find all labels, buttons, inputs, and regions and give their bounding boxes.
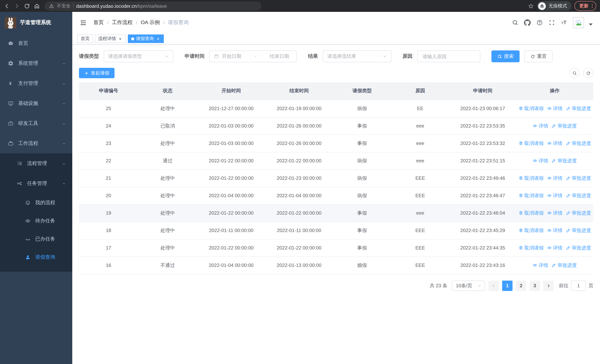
action-detail-link[interactable]: 详情 xyxy=(547,227,562,234)
sidebar-item-12[interactable]: 请假查询 xyxy=(0,248,72,266)
action-cancel-link[interactable]: 取消请假 xyxy=(518,244,544,251)
cell-end: 2022-01-13 00:00:00 xyxy=(265,257,333,274)
search-icon[interactable] xyxy=(512,19,518,26)
cell-applied: 2022-01-22 23:46:47 xyxy=(449,187,516,204)
tab-3[interactable]: 请假查询× xyxy=(128,35,164,43)
address-bar[interactable]: 不安全 dashboard.yudao.iocoder.cn/bpm/oa/le… xyxy=(45,1,261,10)
action-progress-link[interactable]: 审批进度 xyxy=(566,227,591,234)
github-icon[interactable] xyxy=(524,19,531,26)
leave-type-select[interactable]: 请选择请假类型 xyxy=(104,50,173,62)
sidebar-item-5[interactable]: 研发工具 xyxy=(0,113,72,133)
page-button-3[interactable]: 3 xyxy=(530,280,540,291)
action-label: 详情 xyxy=(553,105,562,112)
page-size-value: 10条/页 xyxy=(456,282,472,289)
action-progress-link[interactable]: 审批进度 xyxy=(566,210,591,216)
action-cancel-link[interactable]: 取消请假 xyxy=(518,140,544,147)
breadcrumb-item-1[interactable]: 首页 xyxy=(94,19,104,26)
reason-input[interactable] xyxy=(422,53,476,59)
action-progress-link[interactable]: 审批进度 xyxy=(552,262,577,269)
sidebar-item-11[interactable]: 已办任务 xyxy=(0,230,72,248)
breadcrumb-item-2[interactable]: 工作流程 xyxy=(112,19,133,26)
refresh-table-button[interactable] xyxy=(583,68,593,78)
action-cancel-link[interactable]: 取消请假 xyxy=(518,105,544,112)
action-detail-link[interactable]: 详情 xyxy=(547,210,562,216)
sidebar-item-7[interactable]: 流程管理 xyxy=(0,153,72,173)
sidebar-item-label: 请假查询 xyxy=(35,254,55,260)
help-icon[interactable] xyxy=(536,19,543,26)
forward-icon[interactable] xyxy=(14,3,20,9)
reset-button[interactable]: 重置 xyxy=(525,50,553,62)
action-progress-link[interactable]: 审批进度 xyxy=(566,105,591,112)
cell-end: 2022-01-22 00:00:00 xyxy=(265,204,333,222)
date-separator: - xyxy=(244,54,267,59)
result-select[interactable]: 请选择流结果 xyxy=(323,50,391,62)
action-progress-link[interactable]: 审批进度 xyxy=(566,140,591,147)
table-tools xyxy=(569,68,593,78)
tab-close-icon[interactable]: × xyxy=(156,36,160,41)
search-button[interactable]: 搜索 xyxy=(491,50,520,62)
sidebar-item-9[interactable]: 我的流程 xyxy=(0,194,72,212)
sidebar-item-10[interactable]: 待办任务 xyxy=(0,212,72,230)
action-progress-link[interactable]: 审批进度 xyxy=(566,175,591,181)
back-icon[interactable] xyxy=(4,3,10,9)
reload-icon[interactable] xyxy=(24,3,30,9)
cell-start: 2022-01-03 00:00:00 xyxy=(197,117,265,135)
breadcrumb-item-3[interactable]: OA 示例 xyxy=(141,19,160,26)
page-button-2[interactable]: 2 xyxy=(516,280,526,291)
apply-time-range-picker[interactable]: 开始日期 - 结束日期 xyxy=(209,50,297,62)
cell-type: 病假 xyxy=(333,169,391,187)
sidebar-item-8[interactable]: 任务管理 xyxy=(0,173,72,194)
action-detail-link[interactable]: 详情 xyxy=(533,157,548,164)
cell-status: 不通过 xyxy=(138,257,197,274)
action-cancel-link[interactable]: 取消请假 xyxy=(518,192,544,199)
bookmark-star-icon[interactable] xyxy=(528,3,534,9)
action-cancel-link[interactable]: 取消请假 xyxy=(518,227,544,234)
tab-2[interactable]: 流程详情× xyxy=(95,35,126,43)
action-progress-link[interactable]: 审批进度 xyxy=(552,157,577,164)
browser-menu-dots-icon[interactable] xyxy=(589,3,595,9)
next-page-button[interactable] xyxy=(543,280,554,291)
sidebar-item-1[interactable]: 首页 xyxy=(0,33,72,53)
show-search-icon-button[interactable] xyxy=(569,68,580,78)
sidebar-item-2[interactable]: 系统管理 xyxy=(0,53,72,73)
fullscreen-icon[interactable] xyxy=(548,19,555,26)
plus-icon xyxy=(84,71,89,75)
cell-start: 2022-01-22 00:00:00 xyxy=(197,204,265,222)
create-leave-button[interactable]: 发起请假 xyxy=(79,68,114,78)
action-cancel-link[interactable]: 取消请假 xyxy=(518,210,544,216)
action-progress-link[interactable]: 审批进度 xyxy=(552,122,577,129)
cell-start: 2022-01-22 00:00:00 xyxy=(197,169,265,187)
table-row-23: 23处理中2022-01-03 00:00:002022-01-26 00:00… xyxy=(79,135,593,152)
create-leave-label: 发起请假 xyxy=(91,70,109,76)
trash-icon xyxy=(518,245,523,250)
tab-close-icon[interactable]: × xyxy=(118,36,123,41)
page-button-1[interactable]: 1 xyxy=(502,280,513,291)
chevron-down-icon xyxy=(477,283,482,288)
action-detail-link[interactable]: 详情 xyxy=(547,105,562,112)
action-label: 审批进度 xyxy=(572,192,591,199)
action-detail-link[interactable]: 详情 xyxy=(547,175,562,181)
action-progress-link[interactable]: 审批进度 xyxy=(566,244,591,251)
font-size-icon[interactable]: TT xyxy=(561,19,567,26)
sidebar-item-4[interactable]: 基础设施 xyxy=(0,93,72,113)
security-warning-icon[interactable] xyxy=(49,3,54,9)
cell-applied: 2022-01-22 23:43:16 xyxy=(449,257,516,274)
user-avatar[interactable] xyxy=(573,17,584,28)
sidebar-item-3[interactable]: ¥支付管理 xyxy=(0,73,72,93)
tab-1[interactable]: 首页 xyxy=(77,35,93,43)
action-detail-link[interactable]: 详情 xyxy=(547,140,562,147)
action-progress-link[interactable]: 审批进度 xyxy=(566,192,591,199)
goto-page-input[interactable] xyxy=(571,280,586,291)
action-detail-link[interactable]: 详情 xyxy=(533,262,548,269)
action-detail-link[interactable]: 详情 xyxy=(533,122,548,129)
page-size-select[interactable]: 10条/页 xyxy=(452,280,485,291)
action-cancel-link[interactable]: 取消请假 xyxy=(518,175,544,181)
browser-update-button[interactable]: 更新 xyxy=(574,1,596,11)
sidebar-item-6[interactable]: 工作流程 xyxy=(0,133,72,153)
sidebar-fold-icon[interactable] xyxy=(80,19,87,26)
avatar-caret-down-icon[interactable] xyxy=(587,21,594,28)
action-detail-link[interactable]: 详情 xyxy=(547,192,562,199)
prev-page-button[interactable] xyxy=(488,280,499,291)
action-detail-link[interactable]: 详情 xyxy=(547,244,562,251)
home-icon[interactable] xyxy=(34,3,40,9)
